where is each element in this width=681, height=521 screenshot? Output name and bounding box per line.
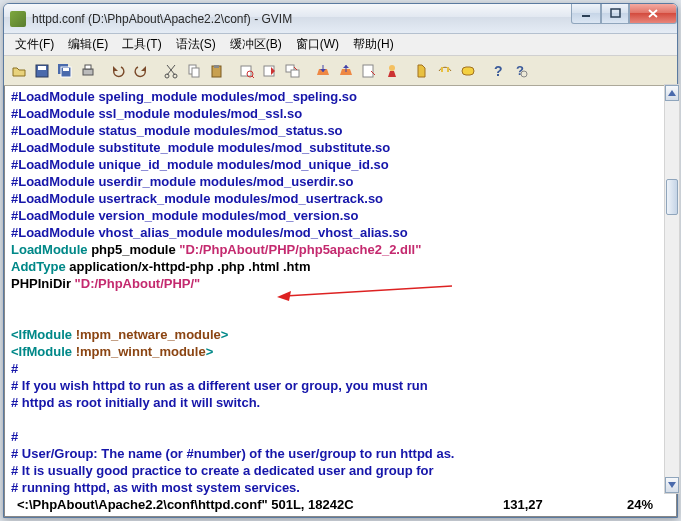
paste-icon[interactable] bbox=[206, 60, 228, 82]
svg-rect-14 bbox=[214, 65, 219, 68]
app-icon bbox=[10, 11, 26, 27]
save-all-icon[interactable] bbox=[54, 60, 76, 82]
window-buttons bbox=[571, 4, 677, 24]
svg-rect-6 bbox=[63, 68, 69, 71]
svg-point-21 bbox=[389, 65, 395, 71]
window-root: httpd.conf (D:\PhpAbout\Apache2.2\conf) … bbox=[3, 3, 678, 518]
load-session-icon[interactable] bbox=[312, 60, 334, 82]
svg-rect-22 bbox=[462, 67, 474, 75]
window-title: httpd.conf (D:\PhpAbout\Apache2.2\conf) … bbox=[32, 12, 292, 26]
cut-icon[interactable] bbox=[160, 60, 182, 82]
minimize-button[interactable] bbox=[571, 4, 601, 24]
shell-icon[interactable] bbox=[411, 60, 433, 82]
svg-rect-12 bbox=[192, 68, 199, 77]
find-help-icon[interactable]: ? bbox=[510, 60, 532, 82]
redo-icon[interactable] bbox=[130, 60, 152, 82]
tag-jump-icon[interactable] bbox=[457, 60, 479, 82]
svg-rect-3 bbox=[38, 66, 46, 70]
maximize-button[interactable] bbox=[601, 4, 629, 24]
menu-buffer[interactable]: 缓冲区(B) bbox=[223, 34, 289, 55]
close-button[interactable] bbox=[629, 4, 677, 24]
menu-help[interactable]: 帮助(H) bbox=[346, 34, 401, 55]
status-line: <:\PhpAbout\Apache2.2\conf\httpd.conf" 5… bbox=[11, 496, 674, 513]
svg-rect-19 bbox=[291, 70, 299, 77]
find-next-icon[interactable] bbox=[259, 60, 281, 82]
status-pos: 131,27 bbox=[503, 496, 543, 513]
svg-text:?: ? bbox=[516, 63, 524, 78]
scrollbar-thumb[interactable] bbox=[666, 179, 678, 215]
open-icon[interactable] bbox=[8, 60, 30, 82]
toolbar: ? ? bbox=[4, 56, 677, 86]
undo-icon[interactable] bbox=[107, 60, 129, 82]
scroll-up-icon[interactable] bbox=[665, 85, 679, 101]
status-pct: 24% bbox=[627, 496, 653, 513]
editor-area[interactable]: #LoadModule speling_module modules/mod_s… bbox=[4, 86, 677, 517]
menu-window[interactable]: 窗口(W) bbox=[289, 34, 346, 55]
svg-text:?: ? bbox=[494, 63, 503, 79]
help-icon[interactable]: ? bbox=[487, 60, 509, 82]
copy-icon[interactable] bbox=[183, 60, 205, 82]
menu-bar: 文件(F) 编辑(E) 工具(T) 语法(S) 缓冲区(B) 窗口(W) 帮助(… bbox=[4, 34, 677, 56]
ctags-icon[interactable] bbox=[434, 60, 456, 82]
find-icon[interactable] bbox=[236, 60, 258, 82]
print-icon[interactable] bbox=[77, 60, 99, 82]
run-script-icon[interactable] bbox=[358, 60, 380, 82]
save-session-icon[interactable] bbox=[335, 60, 357, 82]
menu-syntax[interactable]: 语法(S) bbox=[169, 34, 223, 55]
menu-edit[interactable]: 编辑(E) bbox=[61, 34, 115, 55]
code-token: #LoadModule bbox=[11, 89, 95, 104]
make-icon[interactable] bbox=[381, 60, 403, 82]
vertical-scrollbar[interactable] bbox=[664, 84, 680, 494]
svg-rect-0 bbox=[582, 15, 590, 17]
save-icon[interactable] bbox=[31, 60, 53, 82]
svg-rect-1 bbox=[611, 9, 620, 17]
menu-tools[interactable]: 工具(T) bbox=[115, 34, 168, 55]
scroll-down-icon[interactable] bbox=[665, 477, 679, 493]
menu-file[interactable]: 文件(F) bbox=[8, 34, 61, 55]
replace-icon[interactable] bbox=[282, 60, 304, 82]
title-bar[interactable]: httpd.conf (D:\PhpAbout\Apache2.2\conf) … bbox=[4, 4, 677, 34]
svg-rect-8 bbox=[85, 65, 91, 69]
status-file: <:\PhpAbout\Apache2.2\conf\httpd.conf" 5… bbox=[17, 496, 354, 513]
svg-rect-7 bbox=[83, 69, 93, 75]
